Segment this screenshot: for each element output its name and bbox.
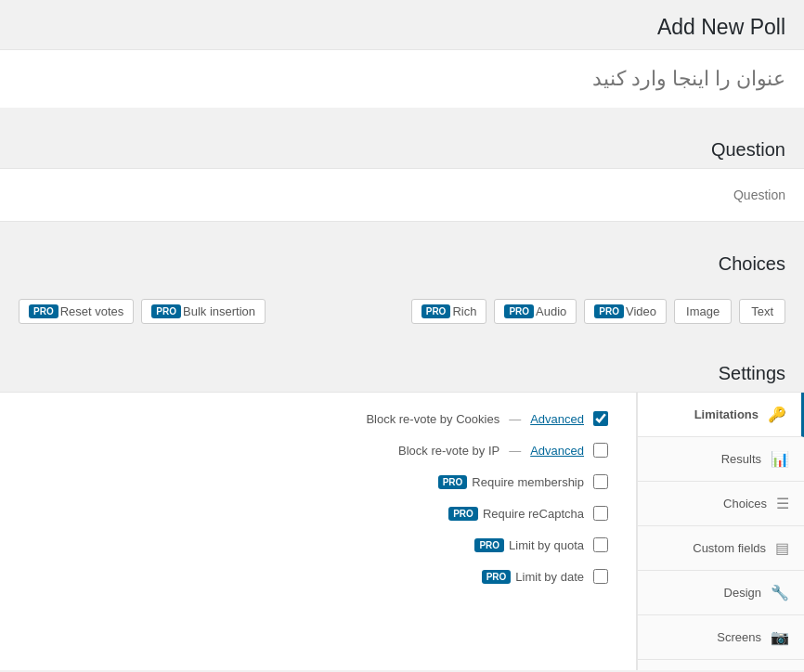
question-label: Question [711, 139, 785, 160]
pro-badge-reset: PRO [29, 304, 58, 318]
quota-pro-inline: PRO Limit by quota [474, 538, 584, 552]
screens-label: Screens [717, 630, 761, 644]
date-checkbox[interactable] [593, 569, 608, 584]
choices-label: Choices [719, 253, 785, 274]
settings-sidebar: Limitations 🔑 Results 📊 Choices ☰ Custom… [637, 393, 804, 670]
pro-badge-audio: PRO [504, 304, 534, 318]
cookies-dash: — [509, 412, 521, 426]
ip-label: Block re-vote by IP [398, 444, 499, 458]
rich-button[interactable]: PRO Rich [411, 299, 487, 324]
pro-badge-quota: PRO [474, 538, 504, 552]
text-button[interactable]: Text [739, 299, 785, 324]
choices-buttons-row: PRO Reset votes PRO Bulk insertion PRO R… [19, 290, 785, 333]
membership-label: Require membership [472, 475, 584, 489]
rich-label: Rich [452, 304, 476, 318]
recaptcha-row: PRO Require reCaptcha [28, 506, 608, 521]
date-row: PRO Limit by date [28, 569, 608, 584]
pro-badge-date: PRO [482, 570, 512, 584]
ip-checkbox[interactable] [593, 443, 608, 458]
page-header: Add New Poll [0, 0, 804, 49]
recaptcha-checkbox[interactable] [593, 506, 608, 521]
cookies-checkbox[interactable] [593, 411, 608, 426]
pro-badge-video: PRO [594, 304, 624, 318]
screens-icon: 📷 [771, 628, 789, 646]
sidebar-item-design[interactable]: Design 🔧 [638, 571, 804, 615]
title-section [0, 49, 804, 108]
results-label: Results [721, 452, 761, 466]
quota-checkbox[interactable] [593, 537, 608, 552]
choices-label-row: Choices [0, 240, 804, 282]
limitations-label: Limitations [694, 407, 759, 421]
audio-label: Audio [536, 304, 566, 318]
poll-title-input[interactable] [19, 59, 785, 98]
audio-button[interactable]: PRO Audio [494, 299, 577, 324]
cookies-advanced-link[interactable]: Advanced [530, 412, 584, 426]
question-section [0, 168, 804, 222]
pro-badge-membership: PRO [438, 475, 468, 489]
sidebar-item-results[interactable]: Results 📊 [638, 437, 804, 482]
date-label: Limit by date [515, 570, 584, 584]
pro-badge-bulk: PRO [151, 304, 181, 318]
video-button[interactable]: PRO Video [584, 299, 667, 324]
page-container: Add New Poll Question Choices PRO Reset … [0, 0, 804, 672]
ip-advanced-link[interactable]: Advanced [530, 444, 584, 458]
recaptcha-pro-inline: PRO Require reCaptcha [448, 507, 584, 521]
recaptcha-label: Require reCaptcha [483, 507, 584, 521]
design-icon: 🔧 [771, 584, 789, 601]
pro-badge-rich: PRO [421, 304, 451, 318]
results-icon: 📊 [771, 450, 789, 468]
ip-row: Block re-vote by IP — Advanced [28, 443, 608, 458]
reset-votes-button[interactable]: PRO Reset votes [19, 299, 134, 324]
quota-row: PRO Limit by quota [28, 537, 608, 552]
choices-section: PRO Reset votes PRO Bulk insertion PRO R… [0, 282, 804, 341]
sidebar-item-limitations[interactable]: Limitations 🔑 [638, 393, 804, 437]
choices-sidebar-label: Choices [723, 497, 767, 510]
image-label: Image [686, 304, 720, 318]
text-label: Text [751, 304, 773, 318]
settings-label: Settings [719, 363, 785, 383]
bulk-insertion-label: Bulk insertion [183, 304, 255, 318]
page-title: Add New Poll [19, 15, 785, 40]
custom-fields-label: Custom fields [693, 541, 766, 555]
settings-container: Block re-vote by Cookies — Advanced Bloc… [0, 392, 804, 670]
design-label: Design [724, 586, 761, 600]
sidebar-item-choices[interactable]: Choices ☰ [638, 482, 804, 526]
question-input[interactable] [19, 178, 785, 212]
choices-icon: ☰ [776, 495, 789, 512]
membership-checkbox[interactable] [593, 474, 608, 489]
bulk-insertion-button[interactable]: PRO Bulk insertion [141, 299, 266, 324]
image-button[interactable]: Image [674, 299, 732, 324]
settings-content: Block re-vote by Cookies — Advanced Bloc… [0, 393, 637, 670]
date-pro-inline: PRO Limit by date [482, 570, 584, 584]
custom-fields-icon: ▤ [775, 539, 789, 557]
reset-votes-label: Reset votes [60, 304, 124, 318]
quota-label: Limit by quota [509, 538, 584, 552]
sidebar-item-custom-fields[interactable]: Custom fields ▤ [638, 526, 804, 571]
cookies-label: Block re-vote by Cookies [366, 412, 499, 426]
membership-row: PRO Require membership [28, 474, 608, 489]
limitations-icon: 🔑 [768, 406, 786, 423]
question-label-row: Question [0, 126, 804, 168]
settings-label-row: Settings [0, 350, 804, 392]
sidebar-item-screens[interactable]: Screens 📷 [638, 615, 804, 660]
ip-dash: — [509, 444, 521, 458]
cookies-row: Block re-vote by Cookies — Advanced [28, 411, 608, 426]
video-label: Video [626, 304, 656, 318]
membership-pro-inline: PRO Require membership [438, 475, 584, 489]
pro-badge-recaptcha: PRO [448, 507, 478, 521]
